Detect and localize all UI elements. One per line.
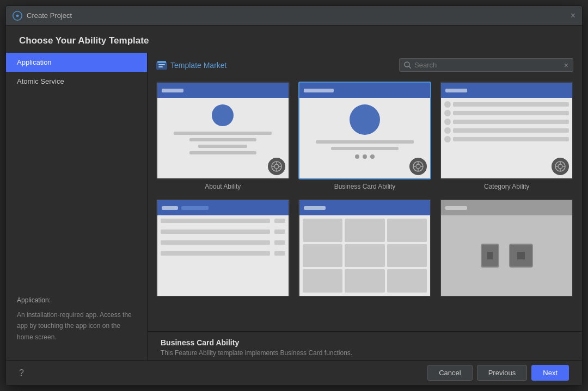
template-label-business-card-ability: Business Card Ability — [334, 183, 396, 190]
search-box: × — [399, 58, 573, 72]
template-market-label: Template Market — [170, 61, 226, 70]
dialog-body: Choose Your Ability Template Application… — [6, 26, 582, 360]
template-card-category-ability[interactable]: Category Ability — [440, 82, 573, 190]
svg-point-20 — [558, 164, 562, 169]
main-panel: Template Market × — [148, 53, 582, 360]
sidebar: Application Atomic Service Application: … — [6, 53, 148, 360]
template-label-about-ability: About Ability — [205, 183, 241, 190]
title-bar-title: Create Project — [27, 11, 72, 20]
svg-rect-4 — [158, 66, 163, 67]
market-icon — [156, 61, 167, 70]
sidebar-description: Application: An installation-required ap… — [6, 286, 147, 351]
create-project-dialog: Create Project × Choose Your Ability Tem… — [5, 5, 583, 386]
svg-rect-2 — [157, 61, 166, 63]
template-card-about-ability[interactable]: About Ability — [156, 82, 290, 190]
sidebar-item-application[interactable]: Application — [6, 53, 147, 72]
svg-rect-3 — [158, 64, 165, 65]
next-button[interactable]: Next — [531, 365, 569, 381]
svg-point-8 — [274, 164, 279, 169]
bottom-info: Business Card Ability This Feature Abili… — [148, 331, 582, 360]
harmony-badge-1 — [268, 158, 285, 175]
template-market-button[interactable]: Template Market — [156, 61, 226, 70]
search-clear-button[interactable]: × — [564, 61, 568, 69]
sidebar-desc-body: An installation-required app. Access the… — [17, 309, 136, 343]
svg-point-14 — [416, 164, 420, 169]
svg-line-6 — [409, 66, 411, 69]
template-thumb-grid — [298, 199, 432, 297]
dialog-footer: ? Cancel Previous Next — [6, 360, 582, 385]
template-thumb-category-ability — [440, 82, 573, 179]
sidebar-desc-title: Application: — [17, 295, 136, 306]
harmony-badge-3 — [552, 158, 569, 175]
title-bar: Create Project × — [6, 6, 582, 26]
main-toolbar: Template Market × — [148, 53, 582, 77]
template-label-category-ability: Category Ability — [484, 183, 529, 190]
template-thumb-business-card-ability — [298, 82, 432, 179]
template-card-business-card-ability[interactable]: Business Card Ability — [298, 82, 432, 190]
app-logo-icon — [13, 11, 22, 21]
template-card-list[interactable] — [156, 199, 290, 300]
selected-template-description: This Feature Ability template implements… — [161, 349, 569, 357]
template-card-grid[interactable] — [298, 199, 432, 300]
close-button[interactable]: × — [571, 11, 575, 20]
template-thumb-device — [440, 199, 573, 297]
svg-rect-1 — [156, 62, 167, 70]
templates-grid: About Ability — [148, 77, 582, 331]
title-bar-left: Create Project — [13, 11, 72, 21]
selected-template-title: Business Card Ability — [161, 338, 569, 347]
search-input[interactable] — [414, 61, 561, 69]
template-thumb-list — [156, 199, 290, 297]
grid-scroll-wrapper: About Ability — [148, 77, 582, 331]
template-card-device[interactable] — [440, 199, 573, 300]
previous-button[interactable]: Previous — [477, 365, 528, 381]
template-thumb-about-ability — [156, 82, 290, 179]
content-area: Application Atomic Service Application: … — [6, 53, 582, 360]
search-icon — [404, 61, 411, 69]
footer-buttons: Cancel Previous Next — [427, 365, 569, 381]
sidebar-item-atomic-service[interactable]: Atomic Service — [6, 72, 147, 91]
cancel-button[interactable]: Cancel — [427, 365, 472, 381]
dialog-heading: Choose Your Ability Template — [6, 26, 582, 53]
help-icon[interactable]: ? — [19, 368, 24, 378]
